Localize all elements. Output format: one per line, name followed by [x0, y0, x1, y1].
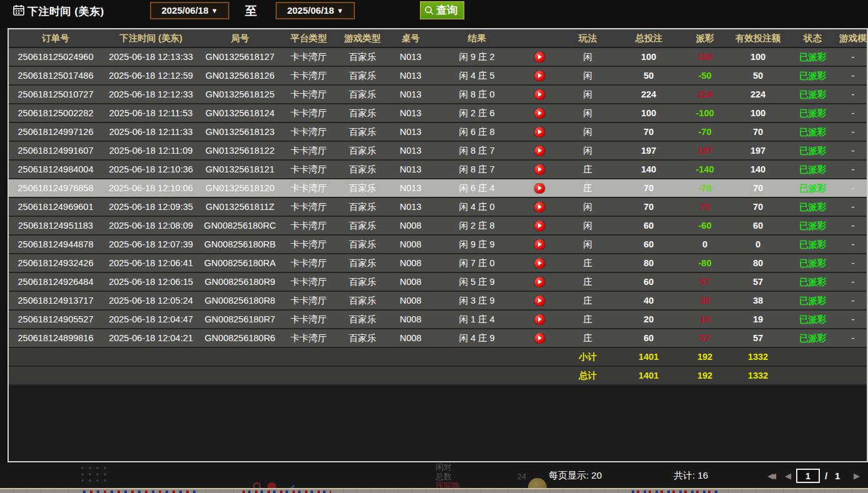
table-row[interactable]: 250618124984004 2025-06-18 12:10:36 GN01…: [9, 161, 867, 179]
table-no-cell: N013: [388, 146, 433, 156]
replay-play-icon[interactable]: [534, 202, 545, 212]
replay-play-icon[interactable]: [534, 146, 545, 156]
table-row[interactable]: 250618124976858 2025-06-18 12:10:06 GN01…: [9, 179, 867, 198]
table-no-cell: N013: [388, 183, 433, 193]
replay-play-icon[interactable]: [534, 164, 545, 175]
platform-cell: 卡卡湾厅: [281, 126, 337, 138]
table-row[interactable]: 250618124951183 2025-06-18 12:08:09 GN00…: [9, 217, 867, 236]
payout-cell: 0: [680, 239, 730, 249]
status-cell: 已派彩: [786, 107, 839, 119]
round-id-cell: GN01325618123: [199, 127, 281, 137]
total-bet-cell: 80: [617, 258, 680, 268]
game-type-cell: 百家乐: [337, 332, 388, 344]
replay-play-icon[interactable]: [534, 52, 545, 62]
table-row[interactable]: 250618124932426 2025-06-18 12:06:41 GN00…: [9, 254, 867, 273]
grand-total-row: 总计 1401 192 1332: [9, 367, 867, 386]
result-cell: 闲 1 庄 4: [433, 314, 521, 326]
total-bet-cell: 50: [617, 71, 680, 81]
table-row[interactable]: 250618125002282 2025-06-18 12:11:53 GN01…: [9, 104, 867, 123]
total-bet-cell: 60: [617, 277, 680, 287]
date-from-value: 2025/06/18: [161, 5, 208, 16]
game-mode-cell: -: [839, 183, 867, 193]
table-row[interactable]: 250618125010727 2025-06-18 12:12:33 GN01…: [9, 86, 867, 104]
first-page-button[interactable]: ◀◀: [767, 471, 784, 481]
grand-total-payout: 192: [680, 371, 730, 381]
valid-bet-cell: 70: [730, 183, 786, 193]
header-bet-time: 下注时间 (美东): [102, 32, 199, 44]
game-type-cell: 百家乐: [337, 276, 388, 288]
subtotal-total-bet: 1401: [617, 352, 680, 362]
replay-play-icon[interactable]: [534, 127, 545, 137]
replay-play-icon[interactable]: [534, 108, 545, 119]
to-label: 至: [245, 3, 257, 19]
total-bet-cell: 224: [617, 89, 680, 99]
payout-cell: -70: [680, 127, 730, 137]
page-number-input[interactable]: [796, 469, 820, 483]
platform-cell: 卡卡湾厅: [281, 257, 337, 269]
payout-cell: -80: [680, 258, 730, 268]
subtotal-row: 小计 1401 192 1332: [9, 348, 867, 367]
order-id-cell: 250618125024960: [9, 52, 102, 62]
table-row[interactable]: 250618124991607 2025-06-18 12:11:09 GN01…: [9, 142, 867, 161]
round-id-cell: GN008256180RC: [199, 221, 281, 231]
result-cell: 闲 8 庄 0: [433, 89, 521, 101]
table-row[interactable]: 250618125017486 2025-06-18 12:12:59 GN01…: [9, 67, 867, 86]
replay-play-icon[interactable]: [534, 314, 545, 325]
date-to-value: 2025/06/18: [287, 5, 334, 16]
table-row[interactable]: 250618124944878 2025-06-18 12:07:39 GN00…: [9, 236, 867, 254]
table-row[interactable]: 250618124899816 2025-06-18 12:04:21 GN00…: [9, 329, 867, 348]
valid-bet-cell: 57: [730, 277, 786, 287]
table-no-cell: N013: [388, 89, 433, 99]
bet-time-cell: 2025-06-18 12:11:09: [102, 146, 199, 156]
replay-play-icon[interactable]: [534, 277, 545, 287]
query-button[interactable]: 查询: [420, 1, 464, 19]
table-no-cell: N013: [388, 127, 433, 137]
replay-play-icon[interactable]: [534, 221, 545, 231]
table-row[interactable]: 250618124926484 2025-06-18 12:06:15 GN00…: [9, 273, 867, 292]
grand-total-label: 总计: [558, 370, 617, 382]
bet-time-cell: 2025-06-18 12:12:59: [102, 71, 199, 81]
replay-play-icon[interactable]: [534, 89, 545, 100]
table-row[interactable]: 250618124905527 2025-06-18 12:04:47 GN00…: [9, 311, 867, 329]
replay-play-icon[interactable]: [534, 183, 545, 194]
prev-page-button[interactable]: ◀: [785, 471, 791, 481]
platform-cell: 卡卡湾厅: [281, 107, 337, 119]
date-to-picker[interactable]: 2025/06/18 ▼: [276, 2, 355, 19]
table-no-cell: N008: [388, 333, 433, 343]
table-no-cell: N013: [388, 52, 433, 62]
replay-play-icon[interactable]: [534, 239, 545, 250]
order-id-cell: 250618124951183: [9, 221, 102, 231]
platform-cell: 卡卡湾厅: [281, 201, 337, 213]
game-type-cell: 百家乐: [337, 257, 388, 269]
roadmap-dots: [81, 490, 197, 493]
table-row[interactable]: 250618124997126 2025-06-18 12:11:33 GN01…: [9, 123, 867, 142]
replay-play-icon[interactable]: [534, 333, 545, 344]
valid-bet-cell: 70: [730, 202, 786, 212]
game-type-cell: 百家乐: [337, 164, 388, 176]
bet-time-label: 下注时间 (美东): [27, 4, 104, 19]
header-payout: 派彩: [680, 32, 730, 44]
total-bet-cell: 60: [617, 333, 680, 343]
search-icon: [424, 6, 434, 16]
bet-time-cell: 2025-06-18 12:09:35: [102, 202, 199, 212]
replay-play-icon[interactable]: [534, 258, 545, 269]
order-id-cell: 250618124932426: [9, 258, 102, 268]
bet-type-cell: 闲: [558, 220, 617, 232]
replay-play-icon[interactable]: [534, 296, 545, 306]
table-row[interactable]: 250618125024960 2025-06-18 12:13:33 GN01…: [9, 48, 867, 67]
valid-bet-cell: 70: [730, 127, 786, 137]
valid-bet-cell: 80: [730, 258, 786, 268]
table-row[interactable]: 250618124969601 2025-06-18 12:09:35 GN01…: [9, 198, 867, 217]
platform-cell: 卡卡湾厅: [281, 182, 337, 194]
game-type-cell: 百家乐: [337, 89, 388, 101]
total-bet-cell: 70: [617, 127, 680, 137]
grand-total-total-bet: 1401: [617, 371, 680, 381]
replay-play-icon[interactable]: [534, 71, 545, 81]
next-page-button[interactable]: ▶: [854, 471, 860, 481]
table-empty-area: [9, 386, 867, 462]
result-cell: 闲 7 庄 0: [433, 257, 521, 269]
bet-type-cell: 庄: [558, 295, 617, 307]
date-from-picker[interactable]: 2025/06/18 ▼: [150, 2, 229, 19]
table-row[interactable]: 250618124913717 2025-06-18 12:05:24 GN00…: [9, 292, 867, 311]
status-cell: 已派彩: [786, 332, 839, 344]
